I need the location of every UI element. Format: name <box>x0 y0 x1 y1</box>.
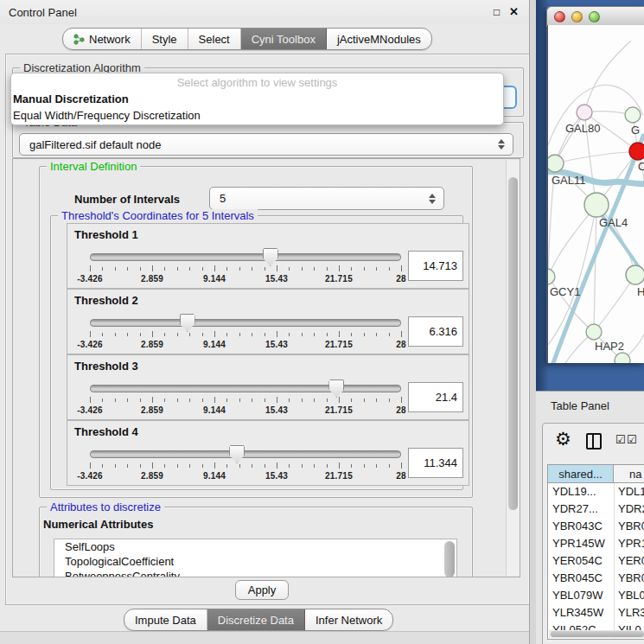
tab-infer-network[interactable]: Infer Network <box>305 609 392 630</box>
cell-name[interactable]: YER0 <box>618 552 644 570</box>
tab-impute-data-label: Impute Data <box>135 614 196 627</box>
network-view-window[interactable]: GAL80 G C GAL11 GAL4 GCY1 H HAP2 <box>546 6 644 363</box>
table-data-combobox[interactable]: galFiltered.sif default node <box>19 133 513 156</box>
node-gcy1[interactable] <box>548 269 555 284</box>
cell-name[interactable]: YDL1 <box>618 483 644 501</box>
table-row[interactable]: YBL079WYBL0 <box>548 587 644 604</box>
node-g[interactable] <box>625 107 641 123</box>
threshold-1-row: Threshold 1 -3.4262.8599.14415.4321.7152… <box>67 223 469 289</box>
attribute-item[interactable]: TopologicalCoefficient <box>54 554 456 569</box>
cell-shared-name[interactable]: YLR345W <box>552 604 612 622</box>
cell-name[interactable]: YPR1 <box>618 535 644 552</box>
cell-shared-name[interactable]: YDL19... <box>552 483 612 501</box>
table-row[interactable]: YBR043CYBR0 <box>548 518 644 535</box>
zoom-traffic-light-icon[interactable] <box>589 11 600 22</box>
cell-shared-name[interactable]: YBL079W <box>552 587 612 604</box>
close-traffic-light-icon[interactable] <box>554 11 565 22</box>
tab-cyni-toolbox[interactable]: Cyni Toolbox <box>241 29 327 49</box>
float-window-icon[interactable]: □ <box>494 6 500 18</box>
cell-shared-name[interactable]: YER054C <box>552 552 612 570</box>
node-gal4[interactable] <box>584 193 609 217</box>
table-horizontal-scrollbar[interactable] <box>549 630 644 638</box>
table-row[interactable]: YPR145WYPR1 <box>548 535 644 552</box>
cell-name[interactable]: YBR0 <box>618 570 644 587</box>
cell-name[interactable]: YBR0 <box>618 518 644 535</box>
threshold-3-value-field[interactable]: 21.4 <box>408 382 463 412</box>
checkbox-icon[interactable]: ☑ <box>627 433 637 446</box>
threshold-2-value-field[interactable]: 6.316 <box>408 316 463 347</box>
cell-shared-name[interactable]: YBR043C <box>552 518 612 535</box>
cell-shared-name[interactable]: YPR145W <box>552 535 612 552</box>
node-label-g: G <box>631 124 640 137</box>
apply-button[interactable]: Apply <box>235 580 289 600</box>
column-layout-icon[interactable] <box>586 433 602 450</box>
cell-shared-name[interactable]: YDR27... <box>552 501 612 518</box>
slider-thumb[interactable] <box>263 248 278 266</box>
node-bottom[interactable] <box>615 353 630 363</box>
control-panel-titlebar: Control Panel □ ✕ <box>0 0 536 24</box>
scrollbar-thumb[interactable] <box>551 631 644 637</box>
slider-thumb[interactable] <box>180 314 195 332</box>
table-panel-title: Table Panel <box>551 399 609 412</box>
slider-track[interactable] <box>90 319 401 327</box>
slider-track[interactable] <box>90 450 401 458</box>
table-row[interactable]: YBR045CYBR0 <box>548 570 644 587</box>
node-red-selected[interactable] <box>629 143 644 160</box>
network-canvas[interactable]: GAL80 G C GAL11 GAL4 GCY1 H HAP2 <box>547 25 644 363</box>
attribute-item[interactable]: BetweennessCentrality <box>54 569 456 577</box>
tab-jactivemnodules[interactable]: jActiveMNodules <box>327 29 431 49</box>
minimize-traffic-light-icon[interactable] <box>571 11 583 22</box>
tab-discretize-data[interactable]: Discretize Data <box>207 609 305 630</box>
node-h[interactable] <box>626 265 644 284</box>
network-graph[interactable]: GAL80 G C GAL11 GAL4 GCY1 H HAP2 <box>548 25 644 363</box>
slider-scale-labels: -3.4262.8599.14415.4321.71528 <box>90 340 401 350</box>
slider-ticks <box>90 331 401 338</box>
threshold-4-value-field[interactable]: 11.344 <box>408 448 463 478</box>
tab-impute-data[interactable]: Impute Data <box>124 609 207 630</box>
column-header-name[interactable]: na <box>614 465 644 483</box>
tab-jactivemnodules-label: jActiveMNodules <box>337 33 421 46</box>
network-window-titlebar[interactable] <box>546 6 644 27</box>
tab-network[interactable]: Network <box>63 29 142 49</box>
threshold-4-slider[interactable]: -3.4262.8599.14415.4321.71528 <box>90 443 401 478</box>
threshold-1-label: Threshold 1 <box>74 228 138 241</box>
slider-thumb[interactable] <box>328 379 344 398</box>
algorithm-option-manual[interactable]: Manual Discretization <box>11 91 503 107</box>
number-of-intervals-spinner[interactable]: 5 <box>209 187 444 210</box>
cell-name[interactable]: YDR2 <box>618 501 644 518</box>
slider-scale-labels: -3.4262.8599.14415.4321.71528 <box>90 405 401 416</box>
node-gal80[interactable] <box>577 105 592 120</box>
cell-name[interactable]: YLR3 <box>618 604 644 622</box>
column-header-shared-name[interactable]: shared... <box>548 465 614 483</box>
attributes-list-scrollbar[interactable] <box>444 541 455 577</box>
combo-stepper-icon <box>494 139 508 150</box>
slider-track[interactable] <box>90 385 401 392</box>
node-gal11[interactable] <box>548 155 564 172</box>
threshold-3-slider[interactable]: -3.4262.8599.14415.4321.71528 <box>90 378 401 412</box>
node-hap2[interactable] <box>586 324 602 340</box>
scrollbar-thumb[interactable] <box>508 177 518 510</box>
table-row[interactable]: YDL19...YDL1 <box>548 483 644 501</box>
threshold-1-value-field[interactable]: 14.713 <box>408 251 463 281</box>
algorithm-option-equal-width[interactable]: Equal Width/Frequency Discretization <box>11 107 503 124</box>
tab-style[interactable]: Style <box>142 29 188 49</box>
threshold-1-slider[interactable]: -3.4262.8599.14415.4321.71528 <box>90 246 401 281</box>
attribute-item[interactable]: SelfLoops <box>54 539 456 554</box>
tab-cyni-toolbox-label: Cyni Toolbox <box>252 33 316 46</box>
table-row[interactable]: YDR27...YDR2 <box>548 501 644 518</box>
close-icon[interactable]: ✕ <box>509 5 519 18</box>
settings-vertical-scrollbar[interactable] <box>506 160 520 576</box>
table-row[interactable]: YLR345WYLR3 <box>548 604 644 622</box>
slider-thumb[interactable] <box>229 445 245 463</box>
tab-select[interactable]: Select <box>188 29 241 49</box>
number-of-intervals-label: Number of Intervals <box>74 193 180 206</box>
numerical-attributes-list[interactable]: SelfLoops TopologicalCoefficient Between… <box>54 539 457 577</box>
cell-name[interactable]: YBL0 <box>618 587 644 604</box>
table-row[interactable]: YER054CYER0 <box>548 552 644 570</box>
slider-track[interactable] <box>90 253 401 261</box>
gear-icon[interactable]: ⚙ <box>555 429 571 450</box>
bottom-filler <box>0 631 536 644</box>
checkbox-icon[interactable]: ☑ <box>615 433 626 446</box>
threshold-2-slider[interactable]: -3.4262.8599.14415.4321.71528 <box>90 312 401 347</box>
cell-shared-name[interactable]: YBR045C <box>552 570 612 587</box>
